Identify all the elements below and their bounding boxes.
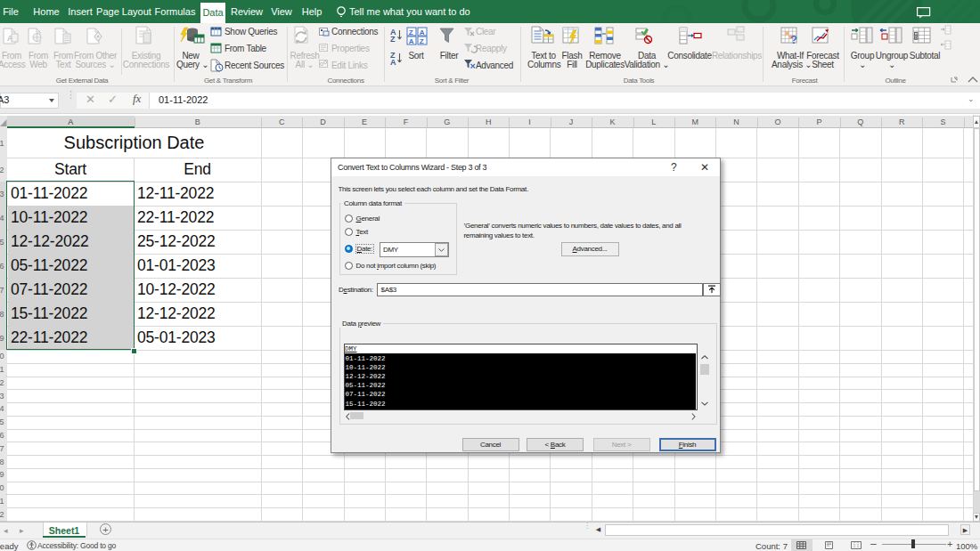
svg-text:Z: Z [390, 35, 396, 44]
svg-text:A: A [409, 37, 414, 45]
svg-text:A: A [420, 28, 425, 36]
svg-text:A: A [390, 58, 396, 67]
svg-text:Z: Z [420, 37, 424, 45]
svg-text:Z: Z [409, 28, 413, 36]
svg-text:?: ? [790, 33, 797, 46]
